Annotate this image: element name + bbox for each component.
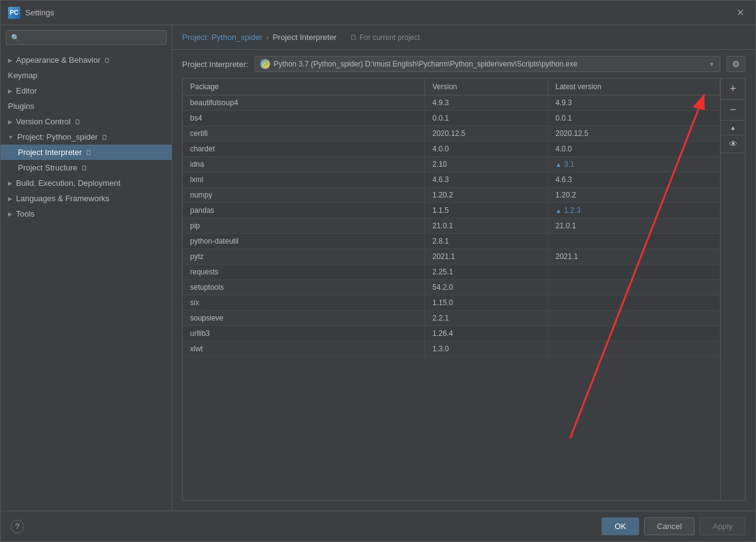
package-name: six bbox=[183, 295, 425, 310]
sidebar-item-build-execution[interactable]: ▶ Build, Execution, Deployment bbox=[1, 175, 172, 191]
title-bar-left: PC Settings bbox=[8, 7, 54, 19]
scroll-up-button[interactable]: ▲ bbox=[721, 121, 745, 135]
package-version: 2.2.1 bbox=[425, 311, 548, 325]
sidebar-item-plugins[interactable]: Plugins bbox=[1, 98, 172, 114]
table-row[interactable]: certifi2020.12.52020.12.5 bbox=[183, 126, 745, 141]
page-icon: 🗋 bbox=[86, 149, 92, 156]
package-version: 4.6.3 bbox=[425, 172, 548, 187]
table-row[interactable]: idna2.10▲ 3.1 bbox=[183, 157, 745, 172]
page-icon: 🗋 bbox=[74, 118, 81, 126]
app-icon: PC bbox=[8, 7, 20, 19]
package-version: 1.20.2 bbox=[425, 188, 548, 202]
package-latest-version bbox=[548, 280, 720, 295]
table-row[interactable]: urllib31.26.4 bbox=[183, 326, 745, 341]
package-latest-version: 2020.12.5 bbox=[548, 126, 720, 141]
col-header-version: Version bbox=[425, 79, 548, 95]
package-latest-version: 4.0.0 bbox=[548, 141, 720, 156]
table-row[interactable]: bs40.0.10.0.1 bbox=[183, 111, 745, 126]
package-name: python-dateutil bbox=[183, 234, 425, 249]
search-icon: 🔍 bbox=[11, 34, 20, 42]
interpreter-settings-button[interactable]: ⚙ bbox=[726, 56, 746, 72]
search-input[interactable] bbox=[23, 33, 161, 42]
package-latest-version bbox=[548, 234, 720, 249]
interpreter-select-dropdown[interactable]: 🐍 Python 3.7 (Python_spider) D:\must Eng… bbox=[255, 56, 720, 72]
sidebar-item-project-interpreter[interactable]: Project Interpreter 🗋 bbox=[1, 145, 172, 160]
sidebar-tree: ▶ Appearance & Behavior 🗋 Keymap ▶ Edito… bbox=[1, 50, 172, 511]
package-version: 2.25.1 bbox=[425, 265, 548, 279]
sidebar-item-label: Keymap bbox=[8, 71, 38, 80]
table-row[interactable]: pip21.0.121.0.1 bbox=[183, 218, 745, 234]
package-name: xlwt bbox=[183, 341, 425, 356]
package-name: soupsieve bbox=[183, 311, 425, 325]
package-latest-version bbox=[548, 341, 720, 356]
package-name: beautifulsoup4 bbox=[183, 95, 425, 110]
arrow-icon: ▼ bbox=[8, 134, 14, 140]
apply-button[interactable]: Apply bbox=[699, 517, 746, 535]
package-version: 21.0.1 bbox=[425, 218, 548, 233]
sidebar-item-editor[interactable]: ▶ Editor bbox=[1, 83, 172, 98]
add-package-button[interactable]: + bbox=[721, 79, 745, 100]
package-name: requests bbox=[183, 265, 425, 279]
breadcrumb-project-link[interactable]: Project: Python_spider bbox=[182, 33, 263, 42]
help-button[interactable]: ? bbox=[10, 520, 24, 533]
breadcrumb-current: Project Interpreter bbox=[273, 33, 336, 42]
sidebar-item-label: Plugins bbox=[8, 102, 34, 111]
table-row[interactable]: python-dateutil2.8.1 bbox=[183, 234, 745, 249]
table-row[interactable]: pytz2021.12021.1 bbox=[183, 249, 745, 265]
package-table-area: Package Version Latest version beautiful… bbox=[182, 78, 746, 501]
sidebar-item-appearance[interactable]: ▶ Appearance & Behavior 🗋 bbox=[1, 52, 172, 68]
package-latest-version: 1.20.2 bbox=[548, 188, 720, 202]
page-icon: 🗋 bbox=[81, 164, 88, 172]
package-name: setuptools bbox=[183, 280, 425, 295]
sidebar-item-label: Project: Python_spider bbox=[17, 132, 98, 141]
table-row[interactable]: beautifulsoup44.9.34.9.3 bbox=[183, 95, 745, 111]
table-row[interactable]: six1.15.0 bbox=[183, 295, 745, 311]
table-row[interactable]: lxml4.6.34.6.3 bbox=[183, 172, 745, 188]
table-row[interactable]: pandas1.1.5▲ 1.2.3 bbox=[183, 203, 745, 218]
package-latest-version: 4.6.3 bbox=[548, 172, 720, 187]
arrow-icon: ▶ bbox=[8, 180, 12, 186]
cancel-button[interactable]: Cancel bbox=[644, 517, 694, 535]
sidebar: 🔍 ▶ Appearance & Behavior 🗋 Keymap ▶ Edi… bbox=[1, 25, 172, 511]
sidebar-item-project-structure[interactable]: Project Structure 🗋 bbox=[1, 160, 172, 175]
remove-package-button[interactable]: − bbox=[721, 100, 745, 121]
table-row[interactable]: soupsieve2.2.1 bbox=[183, 311, 745, 326]
package-name: bs4 bbox=[183, 111, 425, 126]
package-name: pip bbox=[183, 218, 425, 233]
arrow-icon: ▶ bbox=[8, 211, 12, 217]
col-header-latest: Latest version bbox=[548, 79, 720, 95]
package-latest-version: 4.9.3 bbox=[548, 95, 720, 110]
table-row[interactable]: xlwt1.3.0 bbox=[183, 341, 745, 357]
sidebar-item-version-control[interactable]: ▶ Version Control 🗋 bbox=[1, 114, 172, 129]
show-details-button[interactable]: 👁 bbox=[721, 135, 745, 153]
ok-button[interactable]: OK bbox=[602, 517, 639, 535]
sidebar-item-languages-frameworks[interactable]: ▶ Languages & Frameworks bbox=[1, 191, 172, 206]
package-name: urllib3 bbox=[183, 326, 425, 341]
package-version: 4.9.3 bbox=[425, 95, 548, 110]
close-button[interactable]: ✕ bbox=[733, 6, 748, 20]
package-version: 1.3.0 bbox=[425, 341, 548, 356]
table-row[interactable]: setuptools54.2.0 bbox=[183, 280, 745, 295]
main-content: 🔍 ▶ Appearance & Behavior 🗋 Keymap ▶ Edi… bbox=[1, 25, 755, 511]
page-icon: 🗋 bbox=[104, 57, 111, 64]
doc-icon: 🗋 bbox=[350, 33, 359, 42]
table-row[interactable]: requests2.25.1 bbox=[183, 265, 745, 280]
right-panel: Project: Python_spider › Project Interpr… bbox=[172, 25, 755, 511]
package-version: 2021.1 bbox=[425, 249, 548, 264]
sidebar-item-label: Appearance & Behavior bbox=[16, 55, 100, 65]
package-version: 1.1.5 bbox=[425, 203, 548, 218]
package-version: 1.15.0 bbox=[425, 295, 548, 310]
sidebar-item-project-python-spider[interactable]: ▼ Project: Python_spider 🗋 bbox=[1, 129, 172, 145]
package-version: 2020.12.5 bbox=[425, 126, 548, 141]
arrow-icon: ▶ bbox=[8, 119, 12, 125]
sidebar-item-label: Languages & Frameworks bbox=[16, 194, 109, 203]
sidebar-item-tools[interactable]: ▶ Tools bbox=[1, 206, 172, 221]
table-row[interactable]: numpy1.20.21.20.2 bbox=[183, 188, 745, 203]
search-box[interactable]: 🔍 bbox=[6, 30, 167, 45]
upgrade-arrow-icon: ▲ bbox=[555, 207, 562, 214]
upgrade-arrow-icon: ▲ bbox=[555, 161, 562, 168]
table-row[interactable]: chardet4.0.04.0.0 bbox=[183, 141, 745, 157]
package-version: 4.0.0 bbox=[425, 141, 548, 156]
sidebar-item-keymap[interactable]: Keymap bbox=[1, 68, 172, 83]
chevron-down-icon: ▼ bbox=[709, 61, 715, 68]
